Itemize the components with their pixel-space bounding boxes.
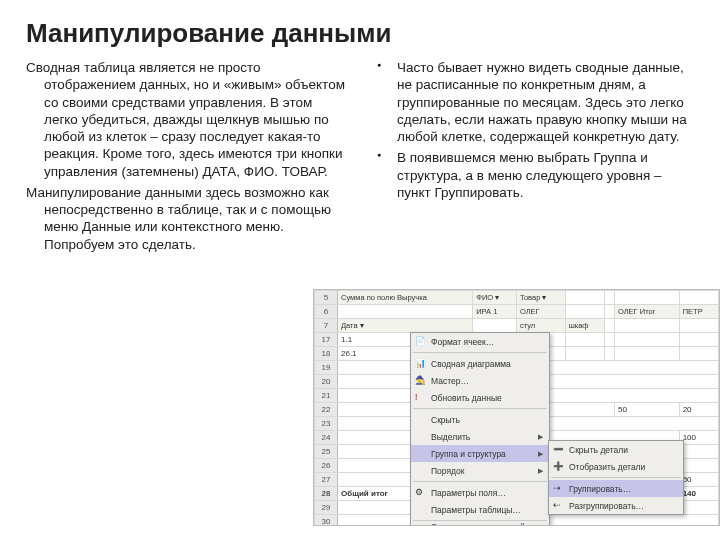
mi-hide[interactable]: Скрыть xyxy=(411,411,549,428)
left-paragraph-1: Сводная таблица является не просто отобр… xyxy=(26,59,349,180)
group-submenu[interactable]: ➖Скрыть детали ➕Отобразить детали ⇢Групп… xyxy=(548,440,684,515)
mi-select[interactable]: Выделить xyxy=(411,428,549,445)
mi-table-params[interactable]: Параметры таблицы… xyxy=(411,501,549,518)
left-paragraph-2: Манипулирование данными здесь возможно к… xyxy=(26,184,349,253)
mi-field-params[interactable]: ⚙Параметры поля… xyxy=(411,484,549,501)
right-column: Часто бывает нужно видеть сводные данные… xyxy=(371,59,694,257)
tovar-dropdown[interactable]: Товар ▾ xyxy=(516,291,565,305)
mi-wizard[interactable]: 🧙Мастер… xyxy=(411,372,549,389)
mi-pivot-chart[interactable]: 📊Сводная диаграмма xyxy=(411,355,549,372)
mi-refresh[interactable]: !Обновить данные xyxy=(411,389,549,406)
mi-hide-details[interactable]: ➖Скрыть детали xyxy=(549,441,683,458)
left-column: Сводная таблица является не просто отобр… xyxy=(26,59,349,257)
two-column-body: Сводная таблица является не просто отобр… xyxy=(26,59,694,257)
excel-screenshot: 5 Сумма по полю Выручка ФИО ▾ Товар ▾ 6 … xyxy=(313,289,720,526)
mi-group-structure[interactable]: Группа и структура xyxy=(411,445,549,462)
row-header: 5 xyxy=(315,291,338,305)
right-bullet-1: Часто бывает нужно видеть сводные данные… xyxy=(385,59,694,145)
sum-field-label: Сумма по полю Выручка xyxy=(338,291,473,305)
context-menu[interactable]: 📄Формат ячеек… 📊Сводная диаграмма 🧙Масте… xyxy=(410,332,550,526)
mi-group[interactable]: ⇢Группировать… xyxy=(549,480,683,497)
date-dropdown[interactable]: Дата ▾ xyxy=(338,319,473,333)
fio-dropdown[interactable]: ФИО ▾ xyxy=(473,291,517,305)
mi-show-details[interactable]: ➕Отобразить детали xyxy=(549,458,683,475)
mi-format-cells[interactable]: 📄Формат ячеек… xyxy=(411,333,549,350)
slide-title: Манипулирование данными xyxy=(26,18,694,49)
right-bullet-2: В появившемся меню выбрать Группа и стру… xyxy=(385,149,694,201)
mi-order[interactable]: Порядок xyxy=(411,462,549,479)
mi-ungroup[interactable]: ⇠Разгруппировать… xyxy=(549,497,683,514)
